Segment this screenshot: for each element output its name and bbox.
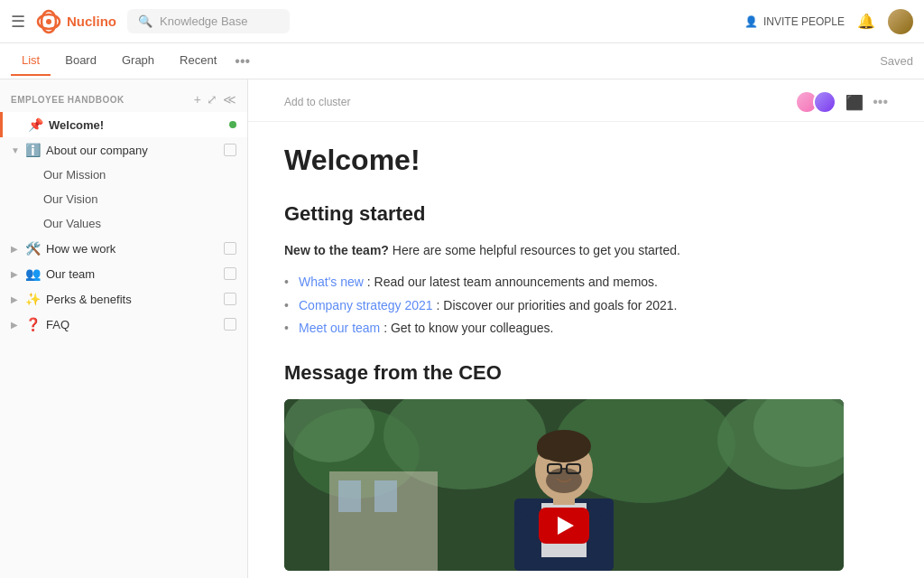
collaborators-avatars	[795, 90, 836, 114]
svg-rect-11	[338, 480, 361, 512]
whats-new-link[interactable]: What's new	[299, 275, 364, 289]
logo-text: Nuclino	[67, 14, 116, 29]
company-strategy-link[interactable]: Company strategy 2021	[299, 298, 433, 312]
sidebar-item-about-label: About our company	[46, 144, 218, 157]
search-bar[interactable]: 🔍 Knowledge Base	[127, 9, 290, 33]
sidebar-item-welcome[interactable]: 📌 Welcome!	[0, 112, 247, 137]
video-play-button[interactable]	[539, 508, 589, 544]
list-item: What's new : Read our latest team announ…	[284, 271, 888, 294]
item-emoji-welcome: 📌	[28, 117, 43, 132]
item-toggle-perks: ▶	[11, 294, 20, 304]
page-title: Welcome!	[284, 144, 888, 177]
search-label: Knowledge Base	[160, 14, 248, 28]
sidebar-section-label: EMPLOYEE HANDBOOK	[11, 95, 125, 105]
ceo-video[interactable]	[284, 399, 844, 571]
topnav-right: 👤 INVITE PEOPLE 🔔	[744, 9, 913, 34]
whats-new-text: : Read our latest team announcements and…	[367, 275, 658, 289]
saved-label: Saved	[880, 54, 913, 68]
tab-graph[interactable]: Graph	[111, 46, 165, 76]
collaborator-avatar-2	[813, 90, 836, 114]
tab-more-button[interactable]: •••	[235, 53, 250, 70]
more-options-icon[interactable]: •••	[873, 94, 888, 110]
nuclino-logo-icon	[36, 9, 61, 34]
sidebar-item-about[interactable]: ▼ ℹ️ About our company	[0, 137, 247, 163]
content-header-right: ⬛ •••	[795, 90, 888, 114]
sidebar: EMPLOYEE HANDBOOK + ⤢ ≪ 📌 Welcome! ▼ ℹ️ …	[0, 79, 248, 578]
tab-recent-label: Recent	[180, 53, 217, 67]
tab-list[interactable]: List	[11, 46, 51, 76]
sidebar-item-faq-label: FAQ	[46, 318, 218, 331]
search-icon: 🔍	[138, 14, 152, 28]
tab-board-label: Board	[65, 53, 97, 67]
main-layout: EMPLOYEE HANDBOOK + ⤢ ≪ 📌 Welcome! ▼ ℹ️ …	[0, 79, 924, 578]
tab-bar: List Board Graph Recent ••• Saved	[0, 43, 924, 79]
item-checkbox-faq[interactable]	[224, 318, 236, 331]
play-triangle-icon	[558, 517, 574, 535]
sidebar-item-values-label: Our Values	[43, 217, 236, 230]
svg-point-22	[546, 468, 582, 493]
item-emoji-perks: ✨	[25, 292, 41, 306]
getting-started-title: Getting started	[284, 202, 888, 226]
notifications-bell-icon[interactable]: 🔔	[857, 13, 875, 30]
item-checkbox-how[interactable]	[224, 242, 236, 255]
item-emoji-how: 🛠️	[25, 241, 41, 256]
sidebar-item-welcome-label: Welcome!	[49, 118, 224, 132]
content-body: Welcome! Getting started New to the team…	[248, 122, 924, 578]
sidebar-item-vision[interactable]: Our Vision	[0, 187, 247, 211]
svg-point-2	[46, 19, 51, 24]
sidebar-item-mission[interactable]: Our Mission	[0, 163, 247, 187]
item-emoji-about: ℹ️	[25, 143, 41, 157]
sidebar-item-how-label: How we work	[46, 242, 218, 256]
tab-board[interactable]: Board	[54, 46, 107, 76]
item-checkbox-team[interactable]	[224, 267, 236, 280]
item-toggle-how: ▶	[11, 244, 20, 254]
sidebar-item-team-label: Our team	[46, 267, 218, 281]
sidebar-item-how[interactable]: ▶ 🛠️ How we work	[0, 236, 247, 261]
svg-rect-12	[374, 480, 397, 512]
intro-bold: New to the team?	[284, 243, 389, 257]
resources-list: What's new : Read our latest team announ…	[284, 271, 888, 340]
meet-team-text: : Get to know your colleagues.	[383, 321, 553, 335]
sidebar-item-vision-label: Our Vision	[43, 192, 236, 206]
item-emoji-team: 👥	[25, 266, 41, 281]
item-checkbox-about[interactable]	[224, 144, 236, 156]
sidebar-item-values[interactable]: Our Values	[0, 211, 247, 236]
user-avatar[interactable]	[888, 9, 913, 34]
item-toggle-faq: ▶	[11, 320, 20, 330]
add-item-icon[interactable]: +	[194, 92, 201, 107]
logo[interactable]: Nuclino	[36, 9, 116, 34]
sidebar-item-mission-label: Our Mission	[43, 168, 236, 182]
sidebar-item-perks-label: Perks & benefits	[46, 293, 218, 306]
invite-label: INVITE PEOPLE	[763, 15, 845, 28]
content-header: Add to cluster ⬛ •••	[248, 79, 924, 122]
company-strategy-text: : Discover our priorities and goals for …	[437, 298, 678, 312]
tab-graph-label: Graph	[122, 53, 154, 67]
expand-icon[interactable]: ⤢	[207, 92, 217, 107]
sidebar-item-team[interactable]: ▶ 👥 Our team	[0, 261, 247, 286]
hamburger-menu[interactable]: ☰	[11, 12, 25, 32]
collapse-sidebar-icon[interactable]: ≪	[223, 92, 236, 107]
item-emoji-faq: ❓	[25, 317, 41, 331]
intro-text: Here are some helpful resources to get y…	[393, 243, 680, 257]
intro-paragraph: New to the team? Here are some helpful r…	[284, 240, 888, 260]
svg-point-21	[537, 438, 564, 460]
list-item: Meet our team : Get to know your colleag…	[284, 317, 888, 340]
invite-people-button[interactable]: 👤 INVITE PEOPLE	[744, 15, 845, 28]
invite-icon: 👤	[744, 15, 758, 28]
tab-recent[interactable]: Recent	[169, 46, 227, 76]
list-item: Company strategy 2021 : Discover our pri…	[284, 294, 888, 317]
item-checkbox-perks[interactable]	[224, 293, 236, 305]
meet-team-link[interactable]: Meet our team	[299, 321, 380, 335]
sidebar-item-perks[interactable]: ▶ ✨ Perks & benefits	[0, 286, 247, 312]
sidebar-item-faq[interactable]: ▶ ❓ FAQ	[0, 312, 247, 337]
item-active-badge	[229, 121, 236, 128]
sidebar-section-header: EMPLOYEE HANDBOOK + ⤢ ≪	[0, 87, 247, 112]
video-background	[284, 399, 844, 571]
main-content: Add to cluster ⬛ ••• Welcome! Getting st…	[248, 79, 924, 578]
item-toggle-team: ▶	[11, 269, 20, 279]
add-to-cluster-button[interactable]: Add to cluster	[284, 96, 350, 108]
sidebar-actions: + ⤢ ≪	[194, 92, 236, 107]
item-toggle-about: ▼	[11, 145, 20, 155]
screen-share-icon[interactable]: ⬛	[845, 94, 864, 111]
tab-list-label: List	[22, 53, 40, 67]
